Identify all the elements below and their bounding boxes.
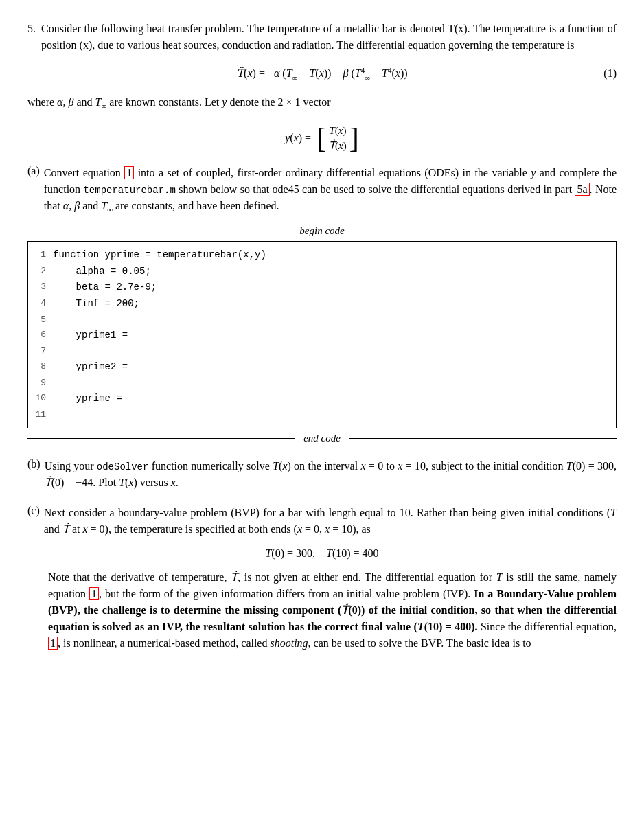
tt-temperaturebar: temperaturebar.m [83,185,175,196]
code-line-1: 1 function yprime = temperaturebar(x,y) [28,247,616,264]
line-num-2: 2 [28,264,53,279]
code-block: 1 function yprime = temperaturebar(x,y) … [27,241,617,428]
part-a-text: Convert equation 1 into a set of coupled… [44,165,617,216]
begin-line-left [27,231,291,231]
end-code-label: end code [295,433,349,444]
end-line-left [27,438,295,439]
code-section-a: begin code 1 function yprime = temperatu… [27,225,617,444]
equation-1-number: (1) [603,67,617,80]
line-num-5: 5 [28,312,53,328]
matrix-bracket: [ T(x) Ṫ(x) ] [317,124,359,152]
code-line-9: 9 [28,376,616,391]
part-c-para-1: Note that the derivative of temperature,… [48,569,617,652]
begin-code-label: begin code [291,225,352,237]
line-num-3: 3 [28,279,53,295]
line-code-3: beta = 2.7e-9; [53,279,157,296]
line-num-9: 9 [28,376,53,391]
equation-1-block: T̈(x) = −α (T∞ − T(x)) − β (T4∞ − T4(x))… [27,66,617,82]
part-c: (c) Next consider a boundary-value probl… [27,505,617,652]
line-num-4: 4 [28,296,53,311]
code-line-6: 6 yprime1 = [28,328,616,344]
line-num-10: 10 [28,391,53,406]
line-num-1: 1 [28,247,53,262]
problem-header: 5. Consider the following heat transfer … [27,21,617,54]
boundary-condition-eq: T(0) = 300, T(10) = 400 [27,547,617,560]
bracket-right: ] [349,124,359,152]
part-a-header: (a) Convert equation 1 into a set of cou… [27,165,617,216]
part-c-body: Note that the derivative of temperature,… [48,569,617,652]
code-line-4: 4 Tinf = 200; [28,296,616,312]
equation-1: T̈(x) = −α (T∞ − T(x)) − β (T4∞ − T4(x)) [236,66,407,82]
line-code-10: yprime = [53,391,122,407]
part-c-label: (c) [27,505,40,538]
where-text: where α, β and T∞ are known constants. L… [27,94,617,112]
matrix-row-2: Ṫ(x) [329,139,347,152]
line-code-6: yprime1 = [53,328,128,344]
end-line-right [349,438,617,439]
line-num-8: 8 [28,359,53,374]
part-c-text-1: Next consider a boundary-value problem (… [44,505,617,538]
ref-1-c: 1 [89,587,99,600]
part-b-label: (b) [27,458,41,491]
matrix-content: T(x) Ṫ(x) [329,125,347,152]
code-line-5: 5 [28,312,616,328]
part-c-header: (c) Next consider a boundary-value probl… [27,505,617,538]
ref-1: 1 [124,166,134,179]
shooting-method-label: shooting [270,637,308,649]
ref-1-c2: 1 [48,637,58,650]
line-num-6: 6 [28,328,53,343]
tt-odesolver: odeSolver [97,461,149,472]
vector-equation: y(x) = [ T(x) Ṫ(x) ] [27,124,617,152]
problem-container: 5. Consider the following heat transfer … [27,21,617,652]
code-line-8: 8 yprime2 = [28,359,616,376]
line-code-2: alpha = 0.05; [53,264,151,280]
code-line-3: 3 beta = 2.7e-9; [28,279,616,296]
code-line-11: 11 [28,407,616,422]
code-line-7: 7 [28,344,616,359]
end-code-divider: end code [27,433,617,444]
code-line-2: 2 alpha = 0.05; [28,264,616,280]
line-num-11: 11 [28,407,53,422]
code-line-10: 10 yprime = [28,391,616,407]
line-num-7: 7 [28,344,53,359]
ref-5a: 5a [575,183,589,196]
problem-intro: Consider the following heat transfer pro… [41,21,617,54]
line-code-4: Tinf = 200; [53,296,139,312]
bvp-bold-text: In a Boundary-Value problem (BVP), the c… [48,588,617,632]
problem-number: 5. [27,21,36,54]
part-b: (b) Using your odeSolver function numeri… [27,458,617,491]
matrix-row-1: T(x) [329,125,346,137]
part-b-text: Using your odeSolver function numericall… [45,458,617,491]
begin-line-right [353,231,617,231]
line-code-1: function yprime = temperaturebar(x,y) [53,247,266,264]
begin-code-divider: begin code [27,225,617,237]
part-b-header: (b) Using your odeSolver function numeri… [27,458,617,491]
part-a: (a) Convert equation 1 into a set of cou… [27,165,617,444]
line-code-8: yprime2 = [53,359,128,376]
part-a-label: (a) [27,165,40,216]
bracket-left: [ [317,124,326,152]
